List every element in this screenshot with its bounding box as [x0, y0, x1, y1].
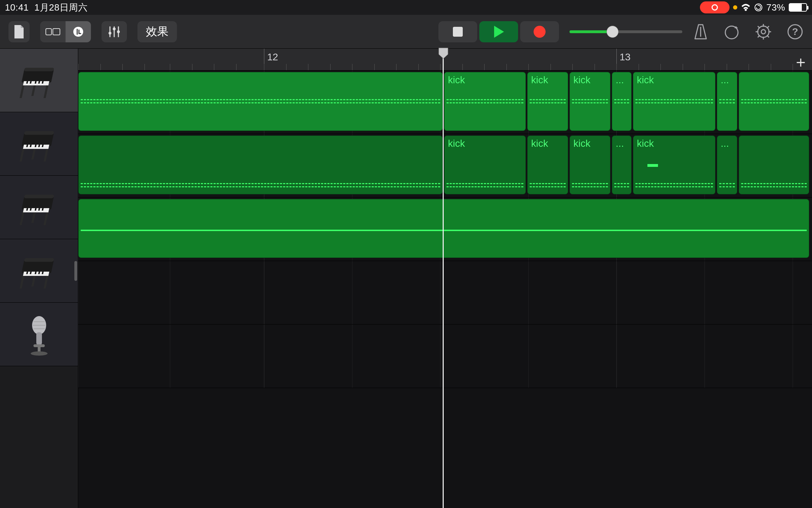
region-label: kick	[573, 138, 590, 149]
screen-recording-indicator[interactable]	[700, 1, 730, 13]
midi-region[interactable]: kick	[527, 72, 568, 131]
midi-region[interactable]: kick	[570, 135, 610, 194]
track-controls-seg[interactable]	[66, 21, 91, 42]
svg-rect-1	[46, 29, 51, 35]
track-header[interactable]	[0, 112, 78, 176]
svg-rect-63	[24, 258, 54, 262]
svg-point-8	[113, 28, 116, 30]
region-label: ...	[721, 74, 729, 86]
svg-point-11	[534, 26, 546, 38]
track-lane[interactable]	[78, 261, 812, 325]
midi-region[interactable]	[78, 72, 443, 131]
playhead-marker-icon[interactable]	[438, 47, 449, 59]
region-label: kick	[531, 74, 548, 86]
midi-region[interactable]: kick	[633, 135, 715, 194]
track-header[interactable]	[0, 239, 78, 303]
fx-button[interactable]: 效果	[137, 21, 177, 42]
loop-icon[interactable]	[723, 23, 740, 40]
status-bar: 10:41 1月28日周六 73%	[0, 0, 812, 15]
transport	[438, 21, 559, 42]
svg-rect-59	[19, 212, 24, 225]
track-lane[interactable]	[78, 325, 812, 388]
ruler-bar-number: 13	[620, 52, 630, 63]
svg-point-3	[73, 27, 83, 37]
svg-rect-51	[24, 195, 54, 198]
play-button[interactable]	[479, 21, 518, 42]
region-label: ...	[616, 138, 624, 149]
midi-region[interactable]: ...	[717, 135, 737, 194]
svg-point-9	[117, 30, 120, 33]
toolbar: 效果 ?	[0, 15, 812, 49]
svg-rect-49	[31, 149, 35, 159]
svg-point-7	[109, 32, 111, 35]
svg-rect-35	[19, 85, 24, 98]
svg-line-19	[758, 26, 760, 28]
region-label: kick	[448, 138, 465, 149]
midi-region[interactable]	[78, 199, 809, 258]
ruler-bar-number: 12	[267, 52, 278, 63]
midi-region[interactable]: ...	[717, 72, 737, 131]
timeline[interactable]: ＋ 1213 kickkickkick...kick...kickkickkic…	[78, 49, 812, 508]
region-label: kick	[637, 74, 654, 86]
midi-region[interactable]	[739, 135, 809, 194]
record-button[interactable]	[520, 21, 559, 42]
status-date: 1月28日周六	[35, 1, 88, 14]
midi-region[interactable]	[78, 135, 443, 194]
settings-icon[interactable]	[755, 23, 772, 40]
metronome-icon[interactable]	[693, 23, 708, 40]
svg-line-22	[758, 35, 760, 37]
my-songs-button[interactable]	[8, 21, 30, 42]
svg-rect-76	[33, 344, 45, 347]
midi-region[interactable]: kick	[633, 72, 715, 131]
track-lane[interactable]	[78, 198, 812, 261]
rotation-lock-icon	[754, 3, 763, 12]
view-toggle[interactable]	[40, 21, 91, 42]
track-lane[interactable]: kickkickkick...kick...	[78, 134, 812, 198]
svg-line-20	[767, 35, 769, 37]
master-volume-slider[interactable]	[570, 30, 682, 33]
svg-rect-48	[43, 149, 48, 162]
svg-rect-73	[31, 276, 35, 286]
playhead[interactable]	[443, 49, 444, 508]
midi-region[interactable]: ...	[612, 135, 632, 194]
midi-region[interactable]: ...	[612, 72, 632, 131]
midi-region[interactable]: kick	[444, 72, 526, 131]
region-label: kick	[531, 138, 548, 149]
region-label: kick	[448, 74, 465, 86]
midi-region[interactable]: kick	[444, 135, 526, 194]
midi-region[interactable]: kick	[527, 135, 568, 194]
svg-rect-36	[43, 85, 48, 98]
track-header[interactable]	[0, 303, 78, 366]
stop-button[interactable]	[438, 21, 477, 42]
svg-rect-2	[53, 29, 60, 35]
midi-region[interactable]: kick	[570, 72, 610, 131]
svg-rect-61	[31, 212, 35, 223]
track-scroll-handle[interactable]	[74, 261, 77, 281]
region-label: kick	[637, 138, 654, 149]
svg-point-78	[31, 351, 48, 356]
svg-rect-37	[31, 85, 35, 96]
tracks-area[interactable]: kickkickkick...kick...kickkickkick...kic…	[78, 71, 812, 508]
workspace: ＋ 1213 kickkickkick...kick...kickkickkic…	[0, 49, 812, 508]
track-header[interactable]	[0, 49, 78, 112]
tracks-view-seg[interactable]	[40, 21, 66, 42]
svg-rect-71	[19, 276, 24, 289]
svg-rect-39	[24, 131, 54, 135]
status-time: 10:41	[5, 2, 29, 13]
region-label: ...	[721, 138, 729, 149]
track-header[interactable]	[0, 176, 78, 239]
svg-rect-60	[43, 212, 48, 225]
track-headers	[0, 49, 78, 508]
add-track-button[interactable]: ＋	[793, 52, 808, 72]
help-icon[interactable]: ?	[787, 23, 804, 40]
battery-pct: 73%	[766, 2, 785, 13]
svg-rect-10	[453, 27, 463, 37]
mixer-button[interactable]	[102, 21, 127, 42]
track-lane[interactable]: kickkickkick...kick...	[78, 71, 812, 134]
region-label: ...	[616, 74, 624, 86]
svg-line-21	[767, 26, 769, 28]
wifi-icon	[741, 3, 751, 12]
svg-rect-27	[24, 68, 54, 71]
region-label: kick	[573, 74, 590, 86]
midi-region[interactable]	[739, 72, 809, 131]
